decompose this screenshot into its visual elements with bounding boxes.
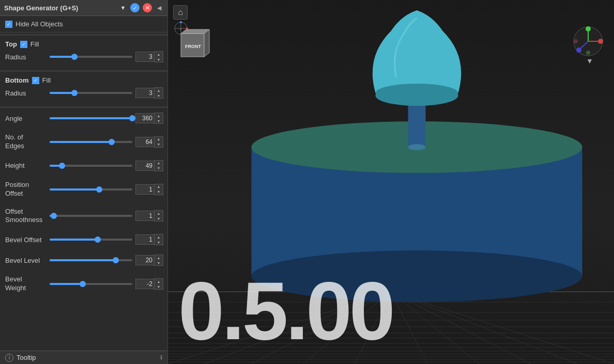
- position-offset-value-box: ▲ ▼: [135, 184, 162, 195]
- bevel-weight-up[interactable]: ▲: [155, 279, 163, 284]
- height-section: Height ▲ ▼: [0, 157, 167, 178]
- angle-label: Angle: [5, 115, 47, 122]
- bevel-offset-section: Bevel Offset ▲ ▼: [0, 231, 167, 251]
- dropdown-icon[interactable]: ▼: [119, 4, 127, 12]
- bevel-weight-spinner[interactable]: ▲ ▼: [154, 278, 163, 290]
- height-row: Height ▲ ▼: [5, 160, 162, 171]
- bevel-offset-row: Bevel Offset ▲ ▼: [5, 234, 162, 245]
- no-of-edges-input[interactable]: [135, 137, 154, 147]
- bottom-fill-label: Fill: [42, 76, 51, 84]
- bevel-offset-input[interactable]: [135, 234, 154, 245]
- bevel-level-up[interactable]: ▲: [155, 255, 163, 260]
- top-fill-label: Fill: [30, 40, 39, 48]
- top-fill-checkbox[interactable]: ✓: [20, 41, 27, 48]
- top-radius-down[interactable]: ▼: [155, 57, 163, 62]
- bottom-radius-down[interactable]: ▼: [155, 93, 163, 98]
- confirm-button[interactable]: ✓: [130, 3, 140, 12]
- bottom-section-label: Bottom: [5, 76, 29, 84]
- height-down[interactable]: ▼: [155, 166, 163, 171]
- bottom-radius-up[interactable]: ▲: [155, 88, 163, 93]
- bevel-weight-input[interactable]: [135, 279, 154, 289]
- bottom-radius-row: Radius ▲ ▼: [5, 87, 162, 99]
- angle-input[interactable]: [135, 113, 154, 123]
- hide-all-checkbox[interactable]: ✓: [5, 21, 12, 28]
- bevel-level-section: Bevel Level ▲ ▼: [0, 251, 167, 272]
- bevel-offset-slider[interactable]: [50, 235, 132, 244]
- bottom-radius-slider[interactable]: [50, 89, 132, 97]
- bevel-offset-spinner[interactable]: ▲ ▼: [154, 234, 163, 245]
- height-spinner[interactable]: ▲ ▼: [154, 160, 163, 171]
- no-of-edges-down[interactable]: ▼: [155, 142, 163, 147]
- position-offset-label: Position Offset: [5, 181, 47, 198]
- no-of-edges-up[interactable]: ▲: [155, 137, 163, 142]
- no-of-edges-section: No. of Edges ▲ ▼: [0, 130, 167, 157]
- height-slider[interactable]: [50, 162, 132, 170]
- bevel-weight-down[interactable]: ▼: [155, 284, 163, 289]
- position-offset-up[interactable]: ▲: [155, 184, 163, 189]
- angle-section: Angle ▲ ▼: [0, 109, 167, 130]
- height-input[interactable]: [135, 161, 154, 171]
- position-offset-down[interactable]: ▼: [155, 189, 163, 195]
- angle-value-box: ▲ ▼: [135, 113, 162, 124]
- bevel-weight-slider[interactable]: [50, 280, 132, 288]
- angle-up[interactable]: ▲: [155, 113, 163, 118]
- top-radius-value-box: ▲ ▼: [135, 51, 162, 62]
- big-number-text: 0.5.00: [178, 264, 393, 357]
- no-of-edges-label: No. of Edges: [5, 133, 47, 151]
- angle-spinner[interactable]: ▲ ▼: [154, 113, 163, 124]
- offset-smoothness-up[interactable]: ▲: [155, 211, 163, 216]
- bevel-offset-down[interactable]: ▼: [155, 240, 163, 245]
- collapse-button[interactable]: ◀: [155, 4, 163, 12]
- bottom-fill-checkbox[interactable]: ✓: [32, 77, 39, 84]
- bevel-level-down[interactable]: ▼: [155, 260, 163, 265]
- svg-point-48: [586, 26, 591, 31]
- bevel-level-input[interactable]: [135, 255, 154, 265]
- top-radius-input[interactable]: [135, 52, 154, 62]
- offset-smoothness-input[interactable]: [135, 211, 154, 221]
- tooltip-icon: i: [5, 354, 13, 362]
- position-offset-input[interactable]: [135, 184, 154, 195]
- top-radius-slider[interactable]: [50, 53, 132, 61]
- bevel-offset-up[interactable]: ▲: [155, 234, 163, 240]
- bevel-offset-label: Bevel Offset: [5, 236, 47, 244]
- position-offset-section: Position Offset ▲ ▼: [0, 178, 167, 204]
- angle-down[interactable]: ▼: [155, 118, 163, 123]
- top-radius-spinner[interactable]: ▲ ▼: [154, 51, 163, 62]
- svg-point-52: [586, 51, 590, 55]
- position-offset-row: Position Offset ▲ ▼: [5, 181, 162, 198]
- position-offset-spinner[interactable]: ▲ ▼: [154, 184, 163, 195]
- front-cube-widget[interactable]: FRONT: [176, 28, 214, 65]
- svg-marker-42: [204, 29, 209, 57]
- angle-slider[interactable]: [50, 114, 132, 122]
- bevel-weight-value-box: ▲ ▼: [135, 278, 162, 290]
- bevel-weight-label: Bevel Weight: [5, 275, 47, 293]
- bevel-level-slider[interactable]: [50, 256, 132, 264]
- angle-row: Angle ▲ ▼: [5, 113, 162, 124]
- no-of-edges-slider[interactable]: [50, 138, 132, 146]
- navigation-gizmo[interactable]: ▼: [573, 23, 604, 71]
- bottom-radius-spinner[interactable]: ▲ ▼: [154, 87, 163, 99]
- panel-header: Shape Generator (G+S) ▼ ✓ ✕ ◀: [0, 0, 167, 16]
- offset-smoothness-down[interactable]: ▼: [155, 216, 163, 221]
- bevel-level-label: Bevel Level: [5, 257, 47, 264]
- svg-point-46: [598, 39, 603, 44]
- bottom-radius-input[interactable]: [135, 88, 154, 98]
- home-icon[interactable]: ⌂: [173, 5, 188, 20]
- offset-smoothness-slider[interactable]: [50, 212, 132, 220]
- tooltip-label: Tooltip: [17, 354, 36, 361]
- big-number-overlay: 0.5.00: [178, 261, 393, 354]
- no-of-edges-spinner[interactable]: ▲ ▼: [154, 136, 163, 148]
- offset-smoothness-value-box: ▲ ▼: [135, 210, 162, 221]
- bevel-level-spinner[interactable]: ▲ ▼: [154, 255, 163, 266]
- height-up[interactable]: ▲: [155, 161, 163, 166]
- position-offset-slider[interactable]: [50, 185, 132, 194]
- position-offset-label1: Position: [5, 181, 29, 188]
- offset-smoothness-spinner[interactable]: ▲ ▼: [154, 210, 163, 221]
- top-radius-up[interactable]: ▲: [155, 52, 163, 57]
- bevel-weight-label1: Bevel: [5, 275, 22, 283]
- top-radius-label: Radius: [5, 53, 47, 61]
- svg-point-31: [408, 144, 426, 150]
- top-section: Top ✓ Fill Radius ▲ ▼: [0, 37, 167, 69]
- bevel-offset-value-box: ▲ ▼: [135, 234, 162, 245]
- close-button[interactable]: ✕: [143, 3, 152, 12]
